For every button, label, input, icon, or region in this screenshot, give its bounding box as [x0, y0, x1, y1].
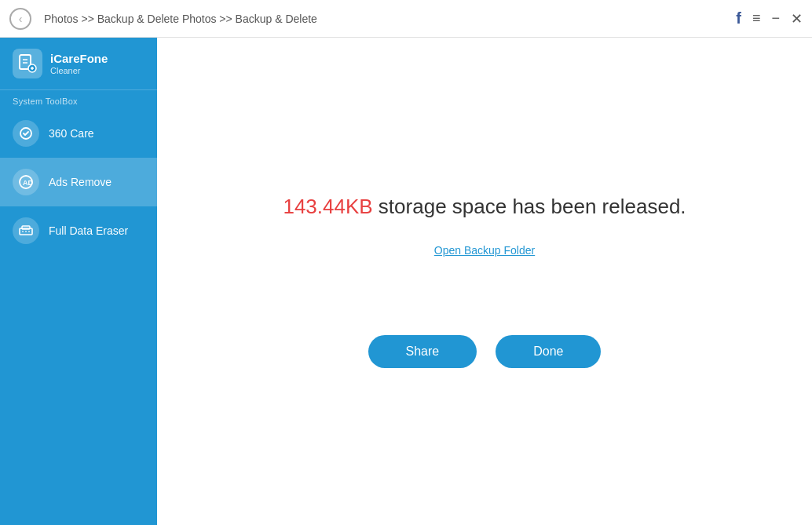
menu-icon[interactable]: ≡ [752, 10, 761, 27]
sidebar-item-ads-remove[interactable]: AD Ads Remove [0, 158, 157, 206]
action-buttons: Share Done [368, 335, 602, 368]
full-data-eraser-icon [13, 217, 39, 244]
sidebar-item-label-full-data-eraser: Full Data Eraser [49, 224, 128, 237]
open-backup-folder-link[interactable]: Open Backup Folder [434, 244, 535, 257]
title-bar: ‹ Photos >> Backup & Delete Photos >> Ba… [0, 0, 812, 38]
sidebar-item-360care[interactable]: 360 Care [0, 109, 157, 158]
done-button[interactable]: Done [496, 335, 601, 368]
sidebar-item-full-data-eraser[interactable]: Full Data Eraser [0, 206, 157, 255]
sidebar: iCareFone Cleaner System ToolBox 360 Car… [0, 38, 157, 525]
svg-text:AD: AD [23, 179, 33, 187]
sidebar-logo: iCareFone Cleaner [0, 38, 157, 90]
360care-icon [13, 120, 39, 147]
breadcrumb: Photos >> Backup & Delete Photos >> Back… [44, 13, 317, 25]
facebook-icon[interactable]: f [736, 9, 741, 27]
title-bar-actions: f ≡ − ✕ [736, 9, 803, 27]
app-logo-icon [13, 49, 42, 78]
app-name-group: iCareFone Cleaner [50, 52, 108, 75]
content-area: 143.44KB storage space has been released… [157, 38, 812, 525]
minimize-icon[interactable]: − [771, 10, 780, 27]
close-icon[interactable]: ✕ [791, 10, 803, 27]
result-message: 143.44KB storage space has been released… [283, 195, 686, 219]
released-amount: 143.44KB [283, 195, 372, 218]
released-text: storage space has been released. [373, 195, 686, 218]
sidebar-item-label-360care: 360 Care [49, 127, 94, 140]
back-button[interactable]: ‹ [9, 8, 31, 30]
back-icon: ‹ [19, 13, 23, 25]
sidebar-section-label: System ToolBox [0, 90, 157, 109]
svg-rect-10 [22, 226, 30, 229]
sidebar-item-label-ads-remove: Ads Remove [49, 176, 112, 188]
title-bar-left: ‹ Photos >> Backup & Delete Photos >> Ba… [9, 8, 317, 30]
main-layout: iCareFone Cleaner System ToolBox 360 Car… [0, 38, 812, 525]
app-subtitle: Cleaner [50, 66, 108, 75]
ads-remove-icon: AD [13, 169, 39, 195]
share-button[interactable]: Share [368, 335, 477, 368]
app-title: iCareFone [50, 52, 108, 66]
